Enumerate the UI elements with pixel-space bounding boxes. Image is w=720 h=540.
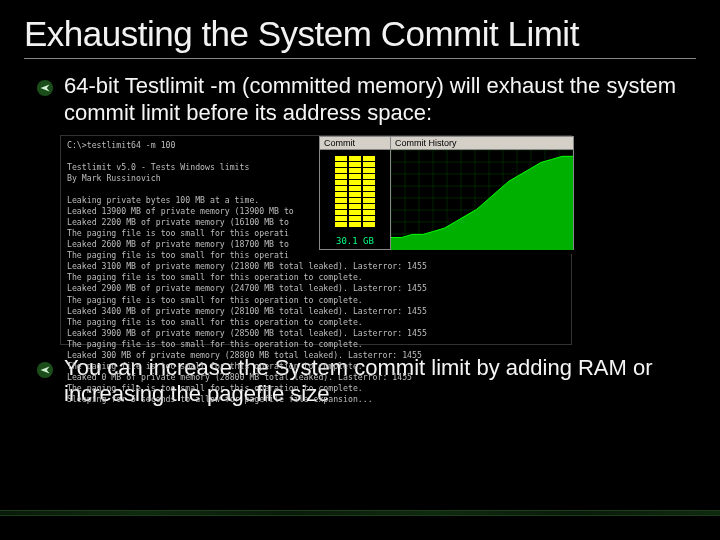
history-panel-title: Commit History bbox=[391, 137, 573, 150]
screenshot: C:\>testlimit64 -m 100 Testlimit v5.0 - … bbox=[60, 135, 572, 345]
bullet-text: 64-bit Testlimit -m (committed memory) w… bbox=[64, 73, 696, 127]
title-underline bbox=[24, 58, 696, 59]
history-panel: Commit History bbox=[391, 137, 573, 249]
slide-accent-bar bbox=[0, 510, 720, 516]
bullet-icon bbox=[36, 79, 54, 97]
commit-panel: Commit 30.1 GB bbox=[320, 137, 391, 249]
commit-panel-title: Commit bbox=[320, 137, 390, 150]
history-chart bbox=[391, 150, 573, 254]
perf-panels: Commit 30.1 GB Commit History bbox=[319, 136, 574, 250]
bullet-icon bbox=[36, 361, 54, 379]
commit-gauge: 30.1 GB bbox=[320, 150, 390, 249]
slide-title: Exhausting the System Commit Limit bbox=[24, 14, 696, 54]
bullet-item: 64-bit Testlimit -m (committed memory) w… bbox=[24, 73, 696, 127]
slide: Exhausting the System Commit Limit 64-bi… bbox=[0, 0, 720, 540]
commit-value: 30.1 GB bbox=[323, 236, 387, 246]
